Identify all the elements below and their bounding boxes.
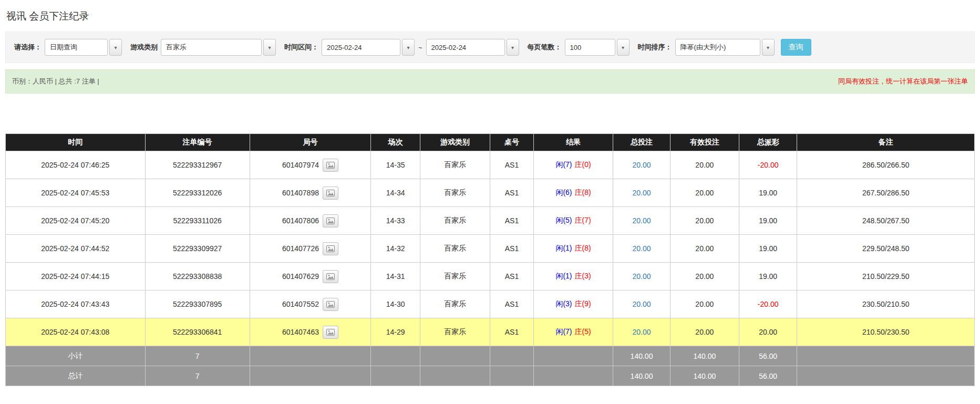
cell-total-bet: 20.00 [613,179,670,207]
cell-result: 闲(5)庄(7) [533,207,613,235]
cell-time: 2025-02-24 07:43:43 [6,291,146,318]
chevron-down-icon[interactable]: ▾ [402,39,415,56]
cell-total-bet: 20.00 [613,207,670,235]
cell-result: 闲(7)庄(5) [533,318,613,346]
summary-cell: 56.00 [739,366,797,386]
summary-cell: 56.00 [739,346,797,366]
cell-table-number: AS1 [490,291,533,318]
total-bet-link[interactable]: 20.00 [633,216,651,225]
result-banker: 庄(9) [575,299,591,308]
date-from-picker: ▾ [322,39,415,56]
cell-time: 2025-02-24 07:44:52 [6,235,146,263]
summary-cell: 140.00 [613,346,670,366]
chevron-down-icon[interactable]: ▾ [617,39,630,56]
result-player: 闲(5) [555,216,572,224]
table-row: 2025-02-24 07:44:52 522293309927 6014077… [6,235,975,263]
chevron-down-icon[interactable]: ▾ [762,39,775,56]
date-from-input[interactable] [322,39,400,56]
summary-bar: 币别：人民币 | 总共 :7 注单 | 同局有效投注，统一计算在该局第一张注单 [5,69,975,94]
video-icon[interactable] [323,187,338,200]
video-icon[interactable] [323,326,338,339]
total-bet-link[interactable]: 20.00 [633,300,651,308]
round-number: 601407629 [282,272,319,281]
cell-round: 601407898 [250,179,371,207]
summary-cell [420,346,490,366]
summary-cell: 140.00 [670,346,739,366]
date-to-picker: ▾ [426,39,519,56]
cell-note: 230.50/210.50 [797,291,975,318]
summary-row: 总计7140.00140.0056.00 [6,366,975,386]
summary-cell [533,366,613,386]
video-icon[interactable] [323,270,338,283]
result-banker: 庄(3) [575,272,591,280]
page-size-label: 每页笔数： [528,43,562,52]
cell-game-type: 百家乐 [420,291,490,318]
search-button[interactable]: 查询 [781,39,811,56]
cell-note: 248.50/267.50 [797,207,975,235]
cell-table-number: AS1 [490,235,533,263]
cell-game-type: 百家乐 [420,318,490,346]
video-icon[interactable] [323,214,338,227]
query-type-label: 请选择： [14,43,42,52]
chevron-down-icon[interactable]: ▾ [109,39,122,56]
cell-valid-bet: 20.00 [670,179,739,207]
cell-time: 2025-02-24 07:45:53 [6,179,146,207]
total-bet-link[interactable]: 20.00 [633,272,651,281]
total-bet-link[interactable]: 20.00 [633,244,651,253]
game-type-input[interactable] [161,39,262,56]
cell-total-bet: 20.00 [613,263,670,291]
cell-payout: 19.00 [739,263,797,291]
cell-round: 601407629 [250,263,371,291]
cell-game-type: 百家乐 [420,207,490,235]
result-banker: 庄(8) [575,244,591,252]
betting-records-table: 时间注单编号局号场次游戏类别桌号结果总投注有效投注总派彩备注 2025-02-2… [5,133,975,386]
cell-result: 闲(1)庄(8) [533,235,613,263]
video-icon[interactable] [323,242,338,255]
cell-payout: 19.00 [739,235,797,263]
cell-table-number: AS1 [490,207,533,235]
total-bet-link[interactable]: 20.00 [633,328,651,336]
cell-table-number: AS1 [490,263,533,291]
table-row: 2025-02-24 07:45:20 522293311026 6014078… [6,207,975,235]
table-row: 2025-02-24 07:46:25 522293312967 6014079… [6,151,975,179]
cell-session: 14-31 [371,263,420,291]
cell-note: 267.50/286.50 [797,179,975,207]
cell-table-number: AS1 [490,151,533,179]
time-sort-label: 时间排序： [638,43,672,52]
chevron-down-icon[interactable]: ▾ [507,39,519,56]
date-to-input[interactable] [426,39,505,56]
total-bet-link[interactable]: 20.00 [633,161,651,169]
cell-game-type: 百家乐 [420,151,490,179]
time-sort-input[interactable] [675,39,760,56]
summary-cell: 7 [145,366,250,386]
cell-time: 2025-02-24 07:43:08 [6,318,146,346]
video-icon[interactable] [323,298,338,311]
cell-bet-id: 522293312967 [145,151,250,179]
total-bet-link[interactable]: 20.00 [633,189,651,197]
column-header: 桌号 [490,134,533,151]
cell-note: 286.50/266.50 [797,151,975,179]
page-title: 视讯 会员下注纪录 [6,9,975,23]
cell-bet-id: 522293311026 [145,207,250,235]
chevron-down-icon[interactable]: ▾ [263,39,276,56]
cell-time: 2025-02-24 07:46:25 [6,151,146,179]
video-icon[interactable] [323,159,338,172]
filter-bar: 请选择： ▾ 游戏类别 ▾ 时间区间： ▾ ~ ▾ 每页笔数： ▾ 时间排序： … [5,32,975,63]
currency-summary: 币别：人民币 | 总共 :7 注单 | [12,77,99,86]
round-number: 601407974 [282,161,319,169]
cell-note: 229.50/248.50 [797,235,975,263]
cell-bet-id: 522293312026 [145,179,250,207]
column-header: 游戏类别 [420,134,490,151]
cell-table-number: AS1 [490,179,533,207]
cell-total-bet: 20.00 [613,151,670,179]
game-type-label: 游戏类别 [130,43,158,52]
cell-total-bet: 20.00 [613,235,670,263]
column-header: 总投注 [613,134,670,151]
page-size-input[interactable] [565,39,615,56]
query-type-input[interactable] [45,39,108,56]
column-header: 有效投注 [670,134,739,151]
cell-table-number: AS1 [490,318,533,346]
table-row: 2025-02-24 07:45:53 522293312026 6014078… [6,179,975,207]
cell-valid-bet: 20.00 [670,318,739,346]
cell-round: 601407463 [250,318,371,346]
